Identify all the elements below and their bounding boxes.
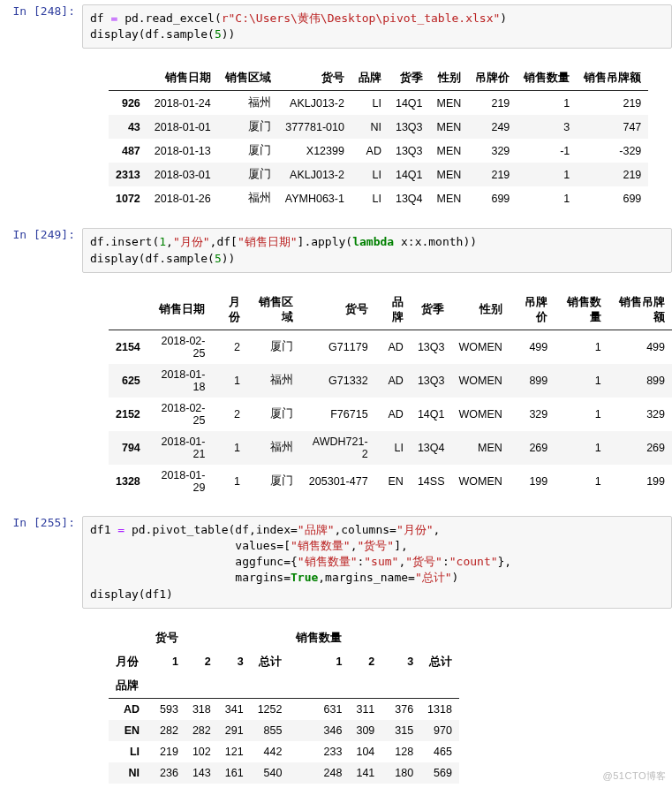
table-row: 13282018-01-291厦门205301-477EN14SSWOMEN19…	[109, 465, 672, 498]
table-cell: 24	[218, 784, 251, 788]
column-header: 吊牌价	[468, 66, 517, 91]
column-header: 1	[147, 650, 185, 674]
table-cell: 248	[289, 762, 349, 784]
table-cell: 269	[510, 431, 555, 465]
pivot-table-3: 货号销售数量 月份123总计123总计 品牌 AD593318341125263…	[109, 626, 459, 788]
column-header: 货季	[411, 291, 452, 330]
table-cell: 329	[468, 139, 517, 163]
column-header	[109, 291, 147, 330]
table-cell: 465	[420, 741, 459, 762]
column-header	[381, 674, 420, 699]
column-header	[185, 626, 218, 650]
column-header: 销售吊牌额	[577, 66, 648, 91]
table-cell: 499	[608, 330, 672, 364]
column-header: 货季	[389, 66, 430, 91]
table-cell: 2	[212, 398, 246, 431]
table-cell: 699	[468, 186, 517, 210]
table-cell: 219	[147, 741, 185, 762]
table-row: 7942018-01-211福州AWDH721-2LI13Q4MEN269126…	[109, 431, 672, 465]
table-cell: NI	[109, 762, 147, 784]
code-input-3[interactable]: df1 = pd.pivot_table(df,index="品牌",colum…	[82, 516, 672, 609]
column-header: 2	[349, 650, 381, 674]
table-cell: 1	[212, 465, 246, 498]
table-cell: NI	[351, 115, 389, 139]
table-cell: 794	[109, 431, 147, 465]
table-cell: X12399	[278, 139, 351, 163]
table-cell: 141	[349, 762, 381, 784]
table-cell: 1	[555, 398, 608, 431]
table-cell: 104	[349, 741, 381, 762]
table-row: NI236143161540248141180569	[109, 762, 459, 784]
table-cell: MEN	[430, 91, 469, 116]
column-header: 销售数量	[289, 626, 349, 650]
table-cell: WOMEN	[451, 364, 509, 398]
code-cell-2: In [249]: df.insert(1,"月份",df["销售日期"].ap…	[0, 224, 672, 277]
table-cell: 2154	[109, 330, 147, 364]
table-cell: G71332	[300, 364, 374, 398]
table-cell: 14SS	[411, 465, 452, 498]
table-cell: 631	[289, 698, 349, 720]
table-cell: WOMEN	[451, 330, 509, 364]
table-cell: 855	[251, 720, 290, 741]
table-cell: 2018-01-24	[147, 91, 218, 116]
table-row: 6252018-01-181福州G71332AD13Q3WOMEN8991899	[109, 364, 672, 398]
dataframe-table-1: 销售日期销售区域货号品牌货季性别吊牌价销售数量销售吊牌额 9262018-01-…	[109, 66, 648, 210]
table-cell: MEN	[430, 139, 469, 163]
column-header	[420, 674, 459, 699]
table-row: LI219102121442233104128465	[109, 741, 459, 762]
table-cell: 146	[420, 784, 459, 788]
table-cell: 747	[577, 115, 648, 139]
table-cell: MEN	[451, 431, 509, 465]
table-cell: 1	[517, 91, 577, 116]
table-cell: AD	[109, 698, 147, 720]
table-cell: 13Q4	[389, 186, 430, 210]
table-cell: 89	[289, 784, 349, 788]
column-header: 货号	[278, 66, 351, 91]
code-input-2[interactable]: df.insert(1,"月份",df["销售日期"].apply(lambda…	[82, 228, 672, 272]
table-cell: 14Q1	[389, 91, 430, 116]
table-cell: 311	[349, 698, 381, 720]
column-header: 总计	[420, 650, 459, 674]
column-header: 性别	[451, 291, 509, 330]
watermark: @51CTO博客	[603, 769, 667, 783]
table-cell: PRO	[109, 784, 147, 788]
code-input-1[interactable]: df = pd.read_excel(r"C:\Users\黄伟\Desktop…	[82, 4, 672, 49]
table-cell: 233	[289, 741, 349, 762]
table-cell: 593	[147, 698, 185, 720]
table-cell: 1	[555, 465, 608, 498]
table-cell: 291	[218, 720, 251, 741]
column-header: 销售吊牌额	[608, 291, 672, 330]
table-cell: 199	[608, 465, 672, 498]
table-row: 4872018-01-13厦门X12399AD13Q3MEN329-1-329	[109, 139, 648, 163]
table-cell: 199	[510, 465, 555, 498]
dataframe-table-2: 销售日期月份销售区域货号品牌货季性别吊牌价销售数量销售吊牌额 21542018-…	[109, 291, 672, 498]
table-cell: AKLJ013-2	[278, 163, 351, 186]
prompt-3: In [255]:	[0, 516, 82, 609]
table-cell: 2018-03-01	[147, 163, 218, 186]
table-cell: 180	[381, 762, 420, 784]
table-cell: 346	[289, 720, 349, 741]
table-cell: 625	[109, 364, 147, 398]
table-cell: 1328	[109, 465, 147, 498]
table-cell: LI	[375, 431, 411, 465]
table-cell: 1	[212, 364, 246, 398]
table-row: 21522018-02-252厦门F76715AD14Q1WOMEN329132…	[109, 398, 672, 431]
table-cell: 315	[381, 720, 420, 741]
column-header	[218, 626, 251, 650]
table-cell: 2313	[109, 163, 147, 186]
column-header: 月份	[109, 650, 147, 674]
table-cell: 35	[349, 784, 381, 788]
column-header: 吊牌价	[510, 291, 555, 330]
table-cell: AKLJ013-2	[278, 91, 351, 116]
column-header: 销售数量	[555, 291, 608, 330]
table-cell: LI	[351, 186, 389, 210]
table-cell: 31	[185, 784, 218, 788]
table-cell: 102	[185, 741, 218, 762]
table-cell: 143	[185, 762, 218, 784]
table-cell: 厦门	[247, 398, 300, 431]
column-header	[251, 674, 290, 699]
table-cell: 1	[555, 330, 608, 364]
table-cell: 1	[212, 431, 246, 465]
table-cell: 309	[349, 720, 381, 741]
table-cell: 1318	[420, 698, 459, 720]
